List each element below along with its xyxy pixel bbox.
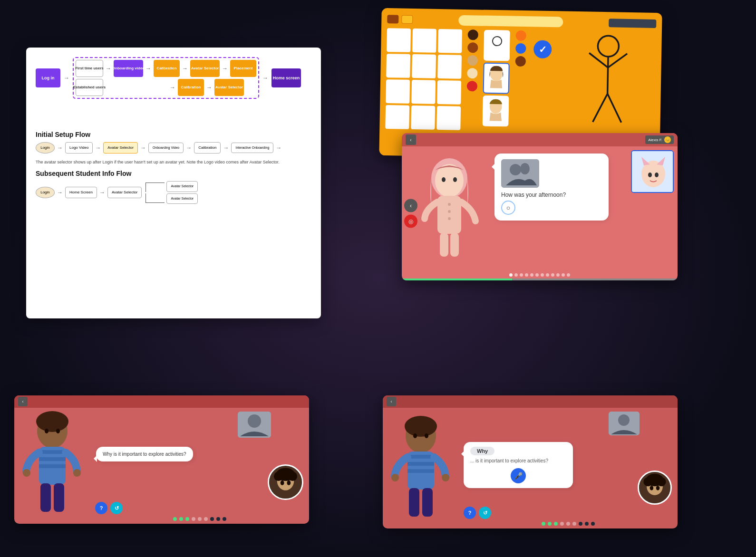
char-thumb-girl[interactable] — [483, 63, 510, 94]
avatar-cell-12[interactable] — [436, 106, 461, 130]
first-time-row: First time users → Onboarding video → Ca… — [76, 60, 256, 77]
svg-point-29 — [56, 429, 60, 433]
br-refresh-button[interactable]: ↺ — [479, 507, 491, 519]
user-photo — [501, 159, 539, 188]
arrow: → — [182, 65, 188, 72]
brdot-2[interactable] — [548, 522, 552, 526]
refresh-button[interactable]: ↺ — [110, 502, 123, 514]
nav-dot-12[interactable] — [567, 273, 570, 277]
svg-point-11 — [442, 177, 446, 182]
help-button[interactable]: ? — [95, 502, 107, 514]
swatch-light[interactable] — [467, 68, 477, 78]
nav-dot-7[interactable] — [541, 273, 544, 277]
swatch-dark[interactable] — [468, 29, 478, 40]
avatar-cell-8[interactable] — [411, 80, 436, 104]
dot-orange[interactable] — [516, 30, 526, 41]
avatar-cell-10[interactable] — [385, 105, 409, 129]
calibration1-box: Calibration — [154, 60, 180, 77]
nav-dot-2[interactable] — [514, 273, 518, 277]
bdot-4[interactable] — [192, 517, 195, 521]
onboarding-video-box: Onboarding video — [114, 60, 143, 77]
nav-dot-9[interactable] — [551, 273, 554, 277]
bdot-8[interactable] — [216, 517, 220, 521]
checkmark-button[interactable]: ✓ — [533, 40, 552, 58]
avatar-cell-5[interactable] — [412, 54, 436, 78]
arrow: → — [57, 144, 63, 151]
br-right-area: Why ... is it important to explore activ… — [459, 408, 678, 528]
placement-box: Placement — [230, 60, 256, 77]
br-speech-bubble: Why ... is it important to explore activ… — [464, 442, 573, 488]
chat-back-button[interactable]: ‹ — [406, 134, 416, 145]
swatch-red[interactable] — [467, 81, 477, 91]
bdot-9[interactable] — [223, 517, 226, 521]
bdot-3[interactable] — [185, 517, 189, 521]
bottom-left-panel: ‹ — [14, 395, 309, 524]
avatar-cell-3[interactable] — [438, 29, 462, 53]
svg-point-45 — [281, 480, 284, 485]
nav-dot-1[interactable] — [509, 273, 513, 277]
bdot-5[interactable] — [198, 517, 202, 521]
corner-icons: ? ↺ — [95, 502, 123, 514]
nav-dot-11[interactable] — [562, 273, 565, 277]
brdot-4[interactable] — [560, 522, 564, 526]
avatar-char-thumbnails — [482, 30, 510, 140]
brdot-3[interactable] — [554, 522, 558, 526]
avatar-cell-2[interactable] — [412, 29, 436, 53]
mic-circle[interactable]: ○ — [501, 201, 515, 215]
bl-speech-bubble: Why is it important to explore activitie… — [96, 447, 193, 461]
bl-back-button[interactable]: ‹ — [18, 397, 28, 406]
br-help-button[interactable]: ? — [464, 507, 476, 519]
br-photo-icon — [609, 412, 640, 435]
svg-point-39 — [248, 414, 261, 428]
lf-avatar-selector: Avatar Selector — [103, 142, 138, 154]
brdot-6[interactable] — [572, 522, 576, 526]
bdot-6[interactable] — [204, 517, 208, 521]
bdot-1[interactable] — [173, 517, 177, 521]
brdot-9[interactable] — [591, 522, 595, 526]
brdot-8[interactable] — [585, 522, 589, 526]
sf-home-screen: Home Screen — [65, 187, 97, 198]
avatar-main-area: ✓ — [385, 28, 656, 142]
mic-button-container: 🎤 — [470, 468, 566, 483]
bdot-7[interactable] — [210, 517, 214, 521]
girl-thumb-icon — [484, 64, 508, 93]
nav-dot-10[interactable] — [556, 273, 560, 277]
nav-dots-row — [509, 273, 570, 277]
nav-dot-6[interactable] — [535, 273, 539, 277]
stick-head-icon — [487, 34, 506, 57]
brdot-5[interactable] — [566, 522, 570, 526]
nav-dot-3[interactable] — [520, 273, 523, 277]
avatar-cell-9[interactable] — [437, 80, 461, 105]
brdot-7[interactable] — [579, 522, 582, 526]
subsequent-flow-diagram: Login → Home Screen → Avatar Selector Av… — [36, 181, 311, 204]
br-bottom-dots — [542, 522, 595, 526]
avatar-cell-4[interactable] — [386, 54, 410, 78]
svg-rect-36 — [40, 483, 51, 512]
microphone-button[interactable]: 🎤 — [511, 468, 526, 483]
chat-panel: ‹ Alexis F. 😊 ‹ ◎ — [402, 133, 678, 280]
dot-brown2[interactable] — [515, 56, 526, 67]
avatar-cell-11[interactable] — [411, 106, 435, 130]
char-thumb-stick[interactable] — [484, 30, 510, 61]
color-swatches — [466, 29, 478, 139]
char-thumb-boy[interactable] — [482, 96, 509, 127]
avatar-cell-1[interactable] — [387, 28, 411, 52]
arrow: → — [64, 75, 69, 81]
why-pill: Why — [470, 447, 494, 455]
svg-point-14 — [448, 203, 451, 206]
bdot-2[interactable] — [179, 517, 183, 521]
nav-dot-4[interactable] — [525, 273, 528, 277]
arrow: → — [145, 65, 151, 72]
nav-dot-8[interactable] — [546, 273, 549, 277]
swatch-tan[interactable] — [467, 55, 478, 66]
svg-line-4 — [607, 57, 608, 94]
avatar-cell-7[interactable] — [386, 79, 410, 104]
boy-character-icon — [14, 408, 90, 524]
br-back-button[interactable]: ‹ — [387, 397, 396, 406]
avatar-cell-6[interactable] — [437, 55, 462, 79]
dot-blue[interactable] — [515, 43, 526, 54]
nav-dot-5[interactable] — [530, 273, 533, 277]
swatch-brown[interactable] — [467, 42, 478, 53]
brdot-1[interactable] — [542, 522, 545, 526]
svg-point-35 — [73, 469, 81, 477]
